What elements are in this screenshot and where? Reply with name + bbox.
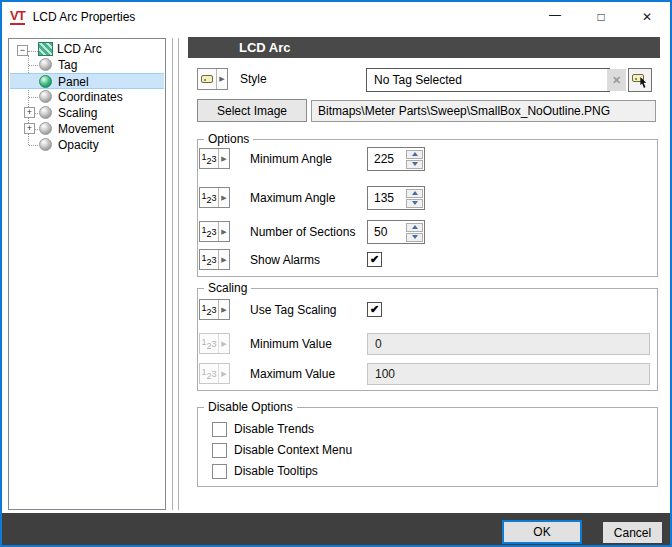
style-tag-combo-button[interactable]: ▶ [197, 68, 228, 90]
tree-item-lcd-arc[interactable]: − LCD Arc [10, 41, 164, 57]
tree-item-scaling[interactable]: + Scaling [10, 105, 164, 121]
disable-tooltips-checkbox[interactable] [212, 464, 227, 479]
checkmark-icon: ✔ [370, 304, 379, 315]
dropdown-arrow-icon: ▶ [219, 364, 229, 383]
sections-label: Number of Sections [250, 225, 355, 239]
style-value-input[interactable] [366, 68, 610, 92]
window-controls: — □ ✕ [532, 2, 670, 32]
expand-icon[interactable]: + [24, 107, 35, 118]
disable-options-group: Disable Options Disable Trends Disable C… [197, 407, 658, 487]
tree-item-opacity[interactable]: Opacity [10, 137, 164, 153]
disable-context-menu-row: Disable Context Menu [199, 443, 656, 459]
title-bar[interactable]: VT LCD Arc Properties — □ ✕ [2, 2, 670, 32]
tree-item-label: Panel [58, 75, 89, 89]
tag-icon [201, 75, 213, 83]
min-angle-spinner [367, 147, 425, 171]
tree-connector [28, 51, 38, 52]
tree-item-movement[interactable]: + Movement [10, 121, 164, 137]
panel-header: LCD Arc [188, 37, 660, 58]
numeric-tag-button[interactable]: 123 ▶ [199, 299, 230, 320]
ok-button[interactable]: OK [502, 520, 582, 544]
scaling-group: Scaling 123 ▶ Use Tag Scaling ✔ 123 ▶ Mi… [197, 288, 658, 391]
min-value-field: 0 [367, 333, 650, 355]
vtscada-logo-icon: VT [10, 10, 25, 25]
window-title: LCD Arc Properties [33, 10, 136, 24]
up-arrow-icon [412, 152, 418, 156]
minimize-button[interactable]: — [532, 2, 578, 32]
show-alarms-checkbox[interactable]: ✔ [367, 252, 382, 267]
disable-context-menu-checkbox[interactable] [212, 443, 227, 458]
tree-item-tag[interactable]: Tag [10, 57, 164, 73]
maximize-button[interactable]: □ [578, 2, 624, 32]
numeric-tag-button[interactable]: 123 ▶ [199, 249, 230, 270]
dropdown-arrow-icon: ▶ [219, 250, 229, 269]
page-sphere-icon [39, 90, 52, 103]
sections-spinner [367, 220, 425, 244]
disable-context-menu-label: Disable Context Menu [234, 443, 352, 457]
down-arrow-icon [412, 235, 418, 239]
clear-tag-button[interactable]: ✕ [607, 69, 626, 91]
expand-icon[interactable]: + [24, 123, 35, 134]
page-sphere-icon [39, 58, 52, 71]
select-image-button[interactable]: Select Image [197, 99, 307, 122]
page-sphere-icon [39, 106, 52, 119]
cancel-button[interactable]: Cancel [602, 521, 663, 544]
numeric-tag-button[interactable]: 123 ▶ [199, 187, 230, 208]
tree-item-label: LCD Arc [57, 42, 102, 56]
spin-down-button[interactable] [406, 199, 423, 208]
numeric-icon: 123 [200, 222, 219, 241]
spin-up-button[interactable] [406, 223, 423, 232]
disable-trends-row: Disable Trends [199, 422, 656, 438]
page-sphere-icon [39, 138, 52, 151]
tree-item-panel[interactable]: Panel [10, 73, 164, 89]
tree-item-label: Opacity [58, 138, 99, 152]
spin-up-button[interactable] [406, 189, 423, 198]
disable-tooltips-label: Disable Tooltips [234, 464, 318, 478]
numeric-tag-button[interactable]: 123 ▶ [199, 148, 230, 169]
sections-input[interactable] [368, 221, 402, 243]
dropdown-arrow-icon: ▶ [219, 149, 229, 168]
max-angle-spinner [367, 186, 425, 210]
down-arrow-icon [412, 162, 418, 166]
image-path-field[interactable]: Bitmaps\Meter Parts\Sweep\SmallBox_NoOut… [311, 100, 656, 122]
collapse-icon[interactable]: − [17, 45, 28, 56]
use-tag-scaling-checkbox[interactable]: ✔ [367, 302, 382, 317]
dropdown-arrow-icon: ▶ [219, 188, 229, 207]
close-button[interactable]: ✕ [624, 2, 670, 32]
maximize-icon: □ [597, 10, 604, 24]
tree-panel-splitter[interactable] [172, 38, 179, 510]
properties-panel: LCD Arc ▶ Style ✕ Select Image Bitmaps\M… [188, 37, 660, 510]
numeric-tag-button-disabled: 123 ▶ [199, 333, 230, 354]
disable-trends-checkbox[interactable] [212, 422, 227, 437]
max-value-field: 100 [367, 363, 650, 385]
dropdown-arrow-icon: ▶ [217, 69, 227, 89]
tree-item-label: Movement [58, 122, 114, 136]
use-tag-scaling-label: Use Tag Scaling [250, 303, 337, 317]
property-tree: − LCD Arc Tag Panel Coordinates + Scalin… [8, 38, 166, 510]
lcd-arc-icon [38, 42, 53, 56]
dropdown-arrow-icon: ▶ [219, 334, 229, 353]
max-angle-label: Maximum Angle [250, 191, 335, 205]
numeric-tag-button[interactable]: 123 ▶ [199, 221, 230, 242]
show-alarms-label: Show Alarms [250, 253, 320, 267]
spin-down-button[interactable] [406, 233, 423, 242]
group-title: Scaling [204, 281, 251, 295]
min-angle-label: Minimum Angle [250, 152, 332, 166]
min-value-label: Minimum Value [250, 337, 332, 351]
max-angle-input[interactable] [368, 187, 402, 209]
page-sphere-icon-active [39, 75, 52, 88]
spin-up-button[interactable] [406, 150, 423, 159]
min-angle-input[interactable] [368, 148, 402, 170]
numeric-tag-button-disabled: 123 ▶ [199, 363, 230, 384]
numeric-icon: 123 [200, 300, 219, 319]
page-sphere-icon [39, 122, 52, 135]
tree-item-coordinates[interactable]: Coordinates [10, 89, 164, 105]
tree-item-label: Tag [58, 58, 77, 72]
group-title: Disable Options [204, 400, 297, 414]
dialog-window: VT LCD Arc Properties — □ ✕ − LCD Arc Ta… [0, 0, 672, 547]
style-label: Style [240, 72, 267, 86]
max-angle-row: 123 ▶ Maximum Angle [199, 187, 656, 209]
spin-down-button[interactable] [406, 160, 423, 169]
group-title: Options [204, 132, 253, 146]
select-tag-button[interactable] [628, 68, 652, 92]
